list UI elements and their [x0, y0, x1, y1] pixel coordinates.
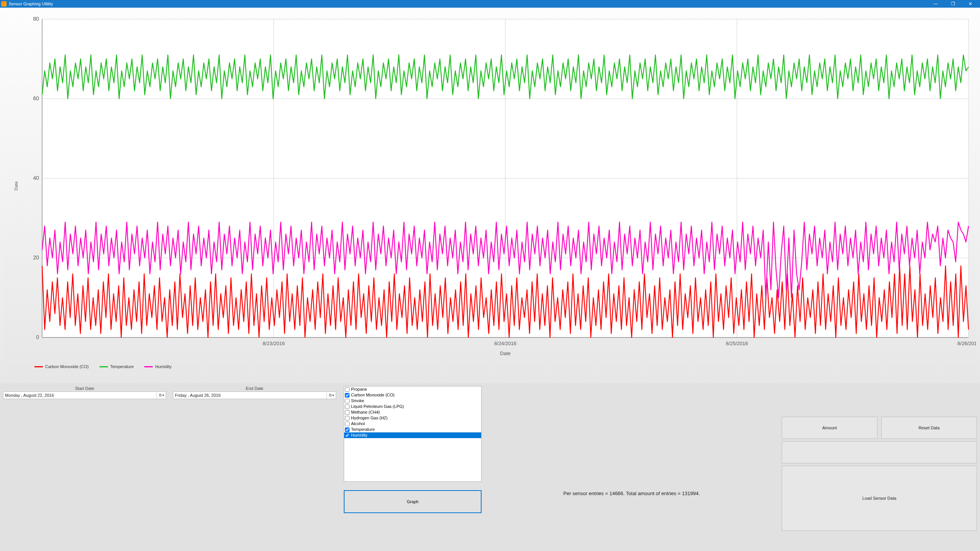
svg-text:40: 40	[33, 175, 39, 181]
svg-text:20: 20	[33, 254, 39, 261]
legend-label: Humidity	[155, 364, 172, 369]
sensor-item[interactable]: Hydrogen Gas (H2)	[344, 415, 481, 421]
sensor-item[interactable]: Carbon Monoxide (CO)	[344, 392, 481, 398]
sensor-item[interactable]: Temperature	[344, 427, 481, 432]
minimize-button[interactable]: —	[927, 0, 944, 8]
close-button[interactable]: ✕	[962, 0, 979, 8]
window-title: Sensor Graphing Utlility	[9, 2, 927, 6]
sensor-checkbox[interactable]	[345, 404, 350, 409]
legend-item: Temperature	[100, 364, 134, 369]
chart-panel: Data 0204060808/23/20168/24/20168/25/201…	[0, 8, 980, 362]
sensor-label: Alcohol	[351, 421, 365, 426]
sensor-checklist[interactable]: PropaneCarbon Monoxide (CO)SmokeLiquid P…	[344, 386, 482, 482]
calendar-dropdown-icon[interactable]: 🗓▾	[157, 392, 166, 399]
sensor-item[interactable]: Smoke	[344, 398, 481, 404]
legend-label: Carbon Monoxide (CO)	[45, 364, 89, 369]
status-text: Per sensor entries = 14666. Total amount…	[564, 491, 700, 496]
chart-legend: Carbon Monoxide (CO)TemperatureHumidity	[0, 362, 980, 383]
sensor-checkbox[interactable]	[345, 416, 350, 421]
titlebar: Sensor Graphing Utlility — ❐ ✕	[0, 0, 980, 8]
amount-button[interactable]: Amount	[782, 417, 877, 439]
svg-text:8/26/2016: 8/26/2016	[957, 341, 976, 346]
svg-text:0: 0	[36, 334, 39, 340]
calendar-dropdown-icon[interactable]: 🗓▾	[327, 392, 336, 399]
start-date-picker[interactable]: Monday , August 22, 2016 🗓▾	[3, 391, 166, 399]
start-date-label: Start Date	[3, 386, 166, 391]
end-date-value: Friday , August 26, 2016	[175, 393, 327, 398]
sensor-checkbox[interactable]	[345, 427, 350, 432]
sensor-label: Hydrogen Gas (H2)	[351, 416, 387, 421]
sensor-item[interactable]: Humidity	[344, 432, 481, 438]
legend-swatch	[144, 366, 153, 367]
legend-item: Carbon Monoxide (CO)	[34, 364, 89, 369]
sensor-checkbox[interactable]	[345, 399, 350, 403]
legend-swatch	[100, 366, 108, 367]
line-chart: 0204060808/23/20168/24/20168/25/20168/26…	[4, 11, 976, 360]
sensor-label: Methane (CH4)	[351, 410, 380, 415]
svg-text:60: 60	[33, 95, 39, 101]
sensor-label: Liquid Petroleum Gas (LPG)	[351, 404, 404, 409]
sensor-label: Propane	[351, 387, 367, 392]
svg-text:8/24/2016: 8/24/2016	[494, 341, 516, 346]
graph-button[interactable]: Graph	[344, 490, 482, 513]
app-icon	[1, 1, 7, 7]
legend-swatch	[34, 366, 43, 367]
load-sensor-data-button[interactable]: Load Sensor Data	[782, 466, 977, 531]
start-date-value: Monday , August 22, 2016	[5, 393, 157, 398]
legend-item: Humidity	[144, 364, 172, 369]
end-date-label: End Date	[173, 386, 336, 391]
sensor-label: Carbon Monoxide (CO)	[351, 393, 395, 398]
sensor-label: Temperature	[351, 427, 375, 432]
svg-text:80: 80	[33, 16, 39, 22]
end-date-picker[interactable]: Friday , August 26, 2016 🗓▾	[173, 391, 336, 399]
controls-panel: Start Date Monday , August 22, 2016 🗓▾ E…	[0, 383, 980, 551]
sensor-label: Smoke	[351, 398, 364, 403]
svg-text:8/23/2016: 8/23/2016	[263, 341, 285, 346]
legend-label: Temperature	[110, 364, 134, 369]
y-axis-label: Data	[14, 181, 18, 190]
sensor-checkbox[interactable]	[345, 422, 350, 426]
sensor-checkbox[interactable]	[345, 410, 350, 415]
sensor-label: Humidity	[351, 433, 368, 438]
maximize-button[interactable]: ❐	[944, 0, 962, 8]
reset-data-button[interactable]: Reset Data	[881, 417, 977, 439]
svg-text:8/25/2016: 8/25/2016	[726, 341, 748, 346]
sensor-item[interactable]: Alcohol	[344, 421, 481, 427]
sensor-checkbox[interactable]	[345, 433, 350, 438]
svg-text:Date: Date	[500, 350, 510, 356]
blank-button[interactable]	[782, 441, 977, 463]
sensor-checkbox[interactable]	[345, 393, 350, 398]
sensor-checkbox[interactable]	[345, 387, 350, 392]
sensor-item[interactable]: Propane	[344, 386, 481, 392]
sensor-item[interactable]: Liquid Petroleum Gas (LPG)	[344, 404, 481, 409]
sensor-item[interactable]: Methane (CH4)	[344, 409, 481, 415]
